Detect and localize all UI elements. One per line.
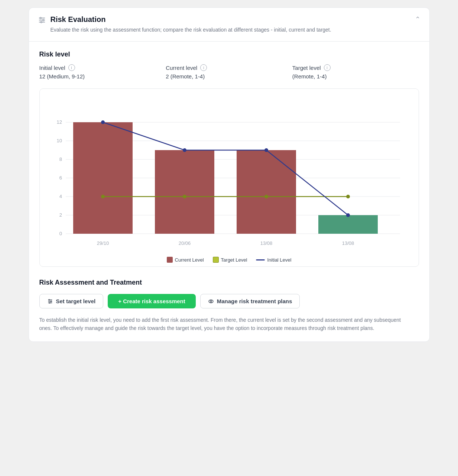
metric-target-info[interactable]: i <box>324 64 331 71</box>
svg-text:10: 10 <box>56 138 62 143</box>
metric-current-label: Current level <box>166 65 197 71</box>
manage-plans-label: Manage risk treatment plans <box>217 298 292 304</box>
target-dot-1 <box>101 195 105 198</box>
set-target-button[interactable]: Set target level <box>39 294 104 308</box>
metric-initial-label: Initial level <box>39 65 65 71</box>
initial-dot-3 <box>264 148 268 152</box>
svg-text:13/08: 13/08 <box>342 240 354 246</box>
legend-current-label: Current Level <box>175 257 204 263</box>
svg-point-27 <box>49 299 50 300</box>
initial-dot-1 <box>101 120 105 124</box>
legend-initial: Initial Level <box>256 257 291 263</box>
bar-3 <box>237 150 296 234</box>
header-section: Risk Evaluation Evaluate the risk using … <box>29 8 429 42</box>
metric-target-label: Target level <box>292 65 321 71</box>
metric-current-info[interactable]: i <box>200 64 207 71</box>
legend-target-swatch <box>213 257 219 263</box>
metric-target-value: (Remote, 1-4) <box>292 73 419 80</box>
legend-current-swatch <box>167 257 173 263</box>
initial-dot-4 <box>346 213 350 217</box>
svg-text:2: 2 <box>59 212 62 218</box>
sliders-small-icon <box>47 298 53 304</box>
rat-title: Risk Assessment and Treatment <box>39 279 419 286</box>
bar-4 <box>318 215 378 234</box>
eye-icon <box>208 298 214 304</box>
svg-text:29/10: 29/10 <box>97 240 109 246</box>
legend-target-label: Target Level <box>221 257 247 263</box>
initial-dot-2 <box>183 148 186 152</box>
metric-target: Target level i (Remote, 1-4) <box>292 64 419 80</box>
svg-text:12: 12 <box>56 119 62 125</box>
svg-point-3 <box>40 17 41 19</box>
svg-text:8: 8 <box>59 156 62 162</box>
manage-plans-button[interactable]: Manage risk treatment plans <box>200 294 300 308</box>
create-assessment-label: + Create risk assessment <box>118 298 185 304</box>
collapse-button[interactable]: ⌃ <box>415 15 420 23</box>
rat-buttons: Set target level + Create risk assessmen… <box>39 294 419 308</box>
sliders-icon <box>38 16 46 26</box>
rat-description: To establish the initial risk level, you… <box>39 316 403 333</box>
svg-text:13/08: 13/08 <box>260 240 272 246</box>
header-text: Risk Evaluation Evaluate the risk using … <box>51 15 331 34</box>
svg-point-28 <box>51 301 52 302</box>
main-card: Risk Evaluation Evaluate the risk using … <box>29 7 430 342</box>
initial-line <box>103 122 348 215</box>
svg-point-4 <box>42 19 44 21</box>
legend-initial-label: Initial Level <box>267 257 291 263</box>
svg-text:6: 6 <box>59 175 62 181</box>
chart-svg: 12 10 8 6 4 2 0 <box>47 96 411 252</box>
metric-current: Current level i 2 (Remote, 1-4) <box>166 64 292 80</box>
bar-1 <box>73 122 133 234</box>
metric-initial-info[interactable]: i <box>68 64 75 71</box>
create-assessment-button[interactable]: + Create risk assessment <box>108 294 196 308</box>
svg-text:0: 0 <box>59 231 62 236</box>
legend-target: Target Level <box>213 257 247 263</box>
metric-current-label-row: Current level i <box>166 64 292 71</box>
header-title: Risk Evaluation <box>51 15 331 24</box>
header-left: Risk Evaluation Evaluate the risk using … <box>38 15 331 34</box>
legend-initial-line <box>256 259 265 260</box>
chart-container: 12 10 8 6 4 2 0 <box>39 88 419 267</box>
set-target-label: Set target level <box>56 298 96 304</box>
svg-point-29 <box>49 302 50 303</box>
header-description: Evaluate the risk using the assessment f… <box>51 26 331 34</box>
risk-level-title: Risk level <box>39 51 419 58</box>
chart-area: 12 10 8 6 4 2 0 <box>47 96 411 252</box>
svg-point-5 <box>40 22 42 23</box>
target-dot-2 <box>183 195 186 198</box>
svg-text:4: 4 <box>59 194 62 199</box>
metric-target-label-row: Target level i <box>292 64 419 71</box>
risk-metrics: Initial level i 12 (Medium, 9-12) Curren… <box>39 64 419 80</box>
metric-initial: Initial level i 12 (Medium, 9-12) <box>39 64 166 80</box>
target-dot-4 <box>346 195 350 198</box>
bar-2 <box>155 150 214 234</box>
metric-current-value: 2 (Remote, 1-4) <box>166 73 292 80</box>
legend-current: Current Level <box>167 257 204 263</box>
body-section: Risk level Initial level i 12 (Medium, 9… <box>29 42 429 341</box>
svg-point-30 <box>209 300 213 303</box>
metric-initial-value: 12 (Medium, 9-12) <box>39 73 166 80</box>
metric-initial-label-row: Initial level i <box>39 64 166 71</box>
svg-text:20/06: 20/06 <box>178 240 191 246</box>
chart-legend: Current Level Target Level Initial Level <box>47 257 411 263</box>
svg-point-31 <box>210 301 212 302</box>
target-dot-3 <box>264 195 268 198</box>
